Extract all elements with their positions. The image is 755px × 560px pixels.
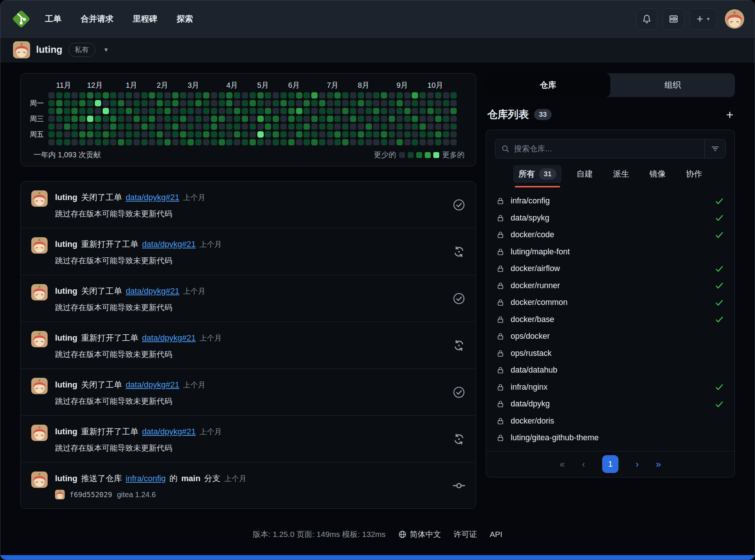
feed-actor-name[interactable]: luting: [55, 380, 77, 390]
nav-item-issues[interactable]: 工单: [45, 13, 61, 25]
heatmap-cell: [412, 139, 418, 145]
heatmap-cell: [48, 131, 55, 138]
pagination-page-1-button[interactable]: 1: [602, 455, 619, 473]
tab-organizations[interactable]: 组织: [610, 73, 735, 97]
feed-target-link[interactable]: data/dpykg#21: [126, 193, 179, 202]
repo-row[interactable]: docker/airflow: [486, 260, 735, 277]
heatmap-cell: [303, 100, 310, 106]
repo-row[interactable]: luting/maple-font: [486, 244, 735, 261]
heatmap-cell: [48, 108, 55, 114]
heatmap-cell: [141, 131, 148, 138]
feed-target-link[interactable]: data/dpykg#21: [142, 333, 196, 343]
nav-item-explore[interactable]: 探索: [177, 13, 193, 25]
footer-license-link[interactable]: 许可证: [454, 529, 477, 540]
commit-icon: [453, 479, 465, 492]
heatmap-cell: [250, 131, 256, 138]
repo-filter-tab-0[interactable]: 所有31: [513, 165, 562, 183]
repo-row[interactable]: infra/config: [486, 193, 735, 210]
server-icon: [669, 14, 678, 24]
heatmap-day-label: 周一: [30, 99, 48, 108]
feed-actor-name[interactable]: luting: [55, 333, 77, 343]
profile-dropdown-caret-icon[interactable]: ▼: [103, 46, 109, 53]
repo-row[interactable]: docker/runner: [486, 277, 735, 295]
heatmap-cell: [280, 131, 287, 138]
heatmap-cell: [157, 92, 163, 99]
heatmap-cell: [319, 116, 325, 122]
repo-row[interactable]: infra/nginx: [486, 379, 735, 396]
footer-api-link[interactable]: API: [490, 530, 502, 539]
feed-actor-avatar[interactable]: [31, 425, 48, 441]
heatmap-cell: [195, 92, 202, 99]
admin-panel-button[interactable]: [663, 8, 684, 30]
heatmap-cell: [164, 123, 171, 130]
repo-list-title: 仓库列表: [487, 107, 529, 122]
repo-row[interactable]: ops/docker: [486, 328, 735, 345]
heatmap-cell: [187, 131, 194, 138]
feed-action-text: 关闭了工单: [81, 192, 122, 203]
heatmap-cell: [257, 139, 264, 145]
repo-filter-button[interactable]: [704, 139, 725, 158]
create-new-button[interactable]: + ▾: [690, 8, 717, 30]
tab-repositories[interactable]: 仓库: [486, 73, 610, 97]
feed-actor-avatar[interactable]: [31, 331, 48, 347]
heatmap-day-labels: 周一周三周五: [30, 91, 48, 146]
pagination-last-button[interactable]: »: [656, 459, 661, 470]
nav-item-milestones[interactable]: 里程碑: [133, 13, 157, 25]
repo-row[interactable]: docker/base: [486, 311, 735, 328]
repo-row[interactable]: docker/doris: [486, 413, 735, 430]
feed-timestamp: 上个月: [199, 239, 222, 250]
feed-target-link[interactable]: data/dpykg#21: [126, 380, 179, 390]
footer-language-link[interactable]: 简体中文: [398, 529, 441, 540]
heatmap-cell: [250, 139, 256, 145]
heatmap-cell: [211, 139, 217, 145]
feed-actor-avatar[interactable]: [31, 190, 48, 207]
feed-target-link[interactable]: data/dpykg#21: [126, 286, 179, 296]
heatmap-cell: [195, 131, 202, 138]
repo-row[interactable]: data/datahub: [486, 362, 735, 379]
feed-actor-avatar[interactable]: [31, 284, 48, 300]
pagination-next-button[interactable]: ›: [636, 459, 639, 470]
feed-actor-name[interactable]: luting: [55, 286, 77, 296]
repo-row[interactable]: docker/common: [486, 294, 735, 311]
pagination-prev-button[interactable]: ‹: [582, 459, 585, 470]
lock-icon: [497, 350, 504, 357]
heatmap-cell: [303, 123, 310, 130]
repo-row[interactable]: ops/rustack: [486, 345, 735, 362]
repo-row[interactable]: data/dpykg: [486, 396, 735, 413]
heatmap-legend: 更少的 更多的: [374, 150, 465, 160]
repo-filter-tab-2[interactable]: 派生: [608, 165, 634, 183]
heatmap-cell: [427, 108, 434, 114]
feed-actor-name[interactable]: luting: [55, 474, 77, 483]
commit-hash-link[interactable]: f69d552029: [70, 490, 112, 499]
repo-filter-tab-4[interactable]: 协作: [681, 165, 707, 183]
pagination-first-button[interactable]: «: [560, 459, 565, 470]
repo-search-input[interactable]: [514, 144, 698, 153]
repo-count-badge: 33: [534, 109, 552, 120]
repo-row[interactable]: docker/code: [486, 226, 735, 244]
feed-target-link[interactable]: infra/config: [126, 474, 166, 483]
repo-name: docker/common: [511, 298, 568, 307]
feed-actor-name[interactable]: luting: [55, 427, 77, 437]
gitea-logo-icon[interactable]: [11, 9, 32, 29]
repo-row[interactable]: luting/gitea-github-theme: [486, 429, 735, 447]
repo-filter-tab-1[interactable]: 自建: [571, 165, 598, 183]
activity-feed-card: luting关闭了工单data/dpykg#21上个月跳过存在版本可能导致未更新…: [20, 181, 476, 509]
feed-actor-name[interactable]: luting: [55, 193, 77, 202]
feed-actor-avatar[interactable]: [31, 237, 48, 254]
feed-target-link[interactable]: data/dpykg#21: [142, 239, 196, 249]
feed-actor-name[interactable]: luting: [55, 239, 77, 249]
footer-version-info: 版本: 1.25.0 页面: 149ms 模板: 132ms: [253, 529, 386, 540]
feed-item-title: luting推送了仓库infra/config的main分支上个月: [55, 473, 445, 484]
notifications-button[interactable]: [636, 8, 658, 30]
nav-item-pull-requests[interactable]: 合并请求: [81, 13, 113, 25]
repo-filter-tab-3[interactable]: 镜像: [644, 165, 671, 183]
add-repo-button[interactable]: +: [726, 108, 733, 121]
heatmap-cell: [56, 139, 62, 145]
issue-closed-icon: [453, 199, 465, 211]
feed-actor-avatar[interactable]: [31, 472, 48, 488]
feed-actor-avatar[interactable]: [31, 378, 48, 394]
heatmap-cell: [71, 116, 78, 122]
repo-row[interactable]: data/spykg: [486, 210, 735, 227]
feed-target-link[interactable]: data/dpykg#21: [142, 427, 196, 437]
user-menu-avatar[interactable]: [725, 9, 744, 29]
